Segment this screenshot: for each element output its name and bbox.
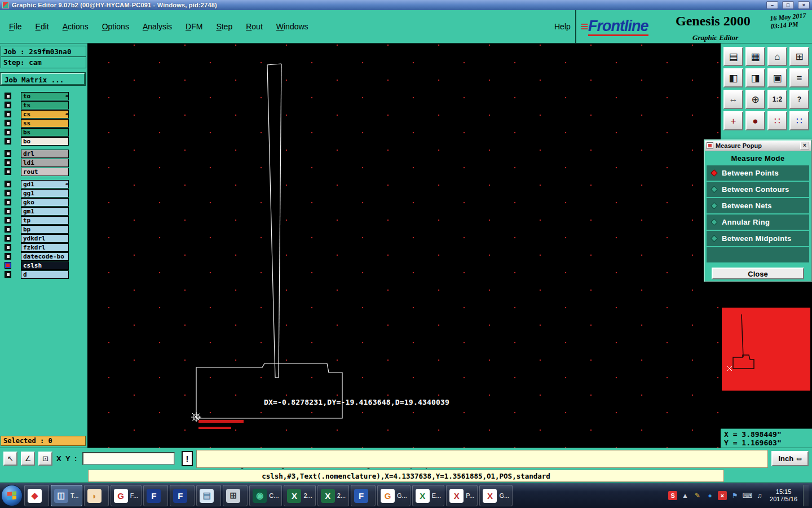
- layer-visibility-checkbox[interactable]: [5, 199, 11, 205]
- mirror-tool[interactable]: ⇔: [723, 90, 743, 109]
- layer-name[interactable]: gm1: [21, 207, 69, 216]
- maximize-button[interactable]: □: [782, 1, 794, 9]
- taskbar-clock[interactable]: 15:15 2017/5/16: [770, 488, 797, 503]
- taskbar-button-13[interactable]: GG...: [377, 485, 411, 506]
- tray-icon-8[interactable]: ♫: [755, 491, 764, 500]
- taskbar-button-7[interactable]: ▤: [196, 485, 221, 506]
- taskbar-button-15[interactable]: XP...: [446, 485, 478, 506]
- layer-name[interactable]: fzkdrl: [21, 243, 69, 252]
- measure-option-between-points[interactable]: Between Points: [707, 165, 809, 181]
- angle-mode-button[interactable]: ∠: [21, 452, 35, 466]
- layer-name[interactable]: cs◀: [21, 110, 69, 119]
- close-button[interactable]: ×: [798, 1, 810, 9]
- layer-visibility-checkbox[interactable]: [5, 111, 11, 117]
- overview-thumbnail[interactable]: [722, 308, 810, 391]
- layer-visibility-checkbox[interactable]: [5, 271, 11, 278]
- layer-visibility-checkbox[interactable]: [5, 217, 11, 224]
- menu-actions[interactable]: Actions: [63, 22, 89, 31]
- tray-icon-5[interactable]: ×: [718, 491, 727, 500]
- probe-tool[interactable]: +: [723, 111, 743, 130]
- layer-visibility-checkbox[interactable]: [5, 244, 11, 251]
- layer-visibility-checkbox[interactable]: [5, 168, 11, 175]
- start-button[interactable]: [1, 485, 23, 506]
- select-mode-button[interactable]: ↖: [3, 452, 17, 466]
- layer-visibility-checkbox[interactable]: [5, 208, 11, 214]
- layer-name[interactable]: to◀: [21, 92, 69, 100]
- menu-help[interactable]: Help: [554, 10, 571, 43]
- zoom-1-2-tool[interactable]: 1:2: [767, 90, 787, 109]
- measure-option-between-nets[interactable]: Between Nets: [707, 198, 809, 213]
- layer-visibility-checkbox[interactable]: [5, 159, 11, 166]
- layer-visibility-checkbox[interactable]: [5, 262, 11, 269]
- menu-analysis[interactable]: Analysis: [143, 22, 172, 31]
- menu-windows[interactable]: Windows: [276, 22, 308, 31]
- menu-edit[interactable]: Edit: [36, 22, 49, 31]
- datum-tool[interactable]: ●: [745, 111, 765, 130]
- taskbar-button-4[interactable]: GF...: [111, 485, 142, 506]
- move-left-tool[interactable]: ◧: [723, 68, 743, 87]
- layer-name[interactable]: d: [21, 270, 69, 279]
- layer-name[interactable]: bp: [21, 225, 69, 234]
- help-tool[interactable]: ?: [789, 90, 809, 109]
- highlight-blue-tool[interactable]: ∷: [789, 111, 809, 130]
- taskbar-button-1[interactable]: ◆: [24, 485, 49, 506]
- layer-name[interactable]: rout: [21, 168, 69, 176]
- layer-name[interactable]: gko: [21, 198, 69, 207]
- origin-tool[interactable]: ⌂: [767, 47, 787, 66]
- taskbar-button-14[interactable]: XE...: [412, 485, 445, 506]
- measure-close-button[interactable]: Close: [712, 268, 804, 279]
- layer-name[interactable]: gd1◀: [21, 180, 69, 189]
- taskbar-button-5[interactable]: F: [143, 485, 168, 506]
- taskbar-button-9[interactable]: ◉C...: [249, 485, 282, 506]
- grid-snap-button[interactable]: ⊡: [38, 452, 52, 466]
- layer-visibility-checkbox[interactable]: [5, 235, 11, 242]
- tile-windows-tool[interactable]: ⊞: [789, 47, 809, 66]
- layer-name[interactable]: gg1: [21, 189, 69, 198]
- layer-visibility-checkbox[interactable]: [5, 181, 11, 187]
- menu-rout[interactable]: Rout: [246, 22, 263, 31]
- tray-icon-4[interactable]: ●: [705, 491, 714, 500]
- xy-input[interactable]: [82, 452, 175, 465]
- taskbar-button-2[interactable]: ◫T...: [51, 485, 82, 506]
- job-matrix-button[interactable]: Job Matrix ...: [1, 73, 85, 85]
- tray-icon-2[interactable]: ▲: [681, 491, 690, 500]
- taskbar-button-11[interactable]: X2...: [317, 485, 349, 506]
- move-right-tool[interactable]: ◨: [745, 68, 765, 87]
- measure-popup-titlebar[interactable]: Measure Popup ×: [705, 141, 811, 151]
- tray-icon-1[interactable]: S: [668, 491, 677, 500]
- layer-name[interactable]: ss: [21, 119, 69, 128]
- layer-visibility-checkbox[interactable]: [5, 226, 11, 233]
- layer-visibility-checkbox[interactable]: [5, 150, 11, 157]
- layer-visibility-checkbox[interactable]: [5, 102, 11, 108]
- menu-file[interactable]: File: [9, 22, 22, 31]
- layer-visibility-checkbox[interactable]: [5, 120, 11, 126]
- display-tool[interactable]: ▦: [745, 47, 765, 66]
- show-desktop-button[interactable]: [803, 485, 809, 506]
- taskbar-button-8[interactable]: ⊞: [223, 485, 248, 506]
- taskbar-button-10[interactable]: X2...: [284, 485, 315, 506]
- tray-icon-3[interactable]: ✎: [693, 491, 702, 500]
- menu-step[interactable]: Step: [216, 22, 232, 31]
- layer-name[interactable]: cslsh: [21, 261, 69, 270]
- tray-icon-7[interactable]: ⌨: [743, 491, 752, 500]
- layer-name[interactable]: bs: [21, 128, 69, 137]
- alert-button[interactable]: !: [182, 451, 193, 466]
- layer-name[interactable]: bo: [21, 137, 69, 146]
- layer-name[interactable]: ldi: [21, 159, 69, 167]
- pcb-canvas[interactable]: DX=-0.8278231,DY=-19.4163648,D=19.434003…: [87, 43, 721, 448]
- layer-visibility-checkbox[interactable]: [5, 138, 11, 144]
- minimize-button[interactable]: –: [766, 1, 778, 9]
- center-view-tool[interactable]: ⊕: [745, 90, 765, 109]
- menu-options[interactable]: Options: [102, 22, 129, 31]
- highlight-red-tool[interactable]: ∷: [767, 111, 787, 130]
- layer-name[interactable]: datecode-bo: [21, 252, 69, 261]
- taskbar-button-12[interactable]: F: [351, 485, 376, 506]
- layer-name[interactable]: tp: [21, 216, 69, 225]
- units-button[interactable]: Inch ▭: [771, 451, 809, 466]
- stack-layers-tool[interactable]: ≡: [789, 68, 809, 87]
- layer-visibility-checkbox[interactable]: [5, 129, 11, 135]
- menu-dfm[interactable]: DFM: [186, 22, 202, 31]
- clipboard-tool[interactable]: ▤: [723, 47, 743, 66]
- layer-name[interactable]: ydkdrl: [21, 234, 69, 243]
- layer-visibility-checkbox[interactable]: [5, 253, 11, 260]
